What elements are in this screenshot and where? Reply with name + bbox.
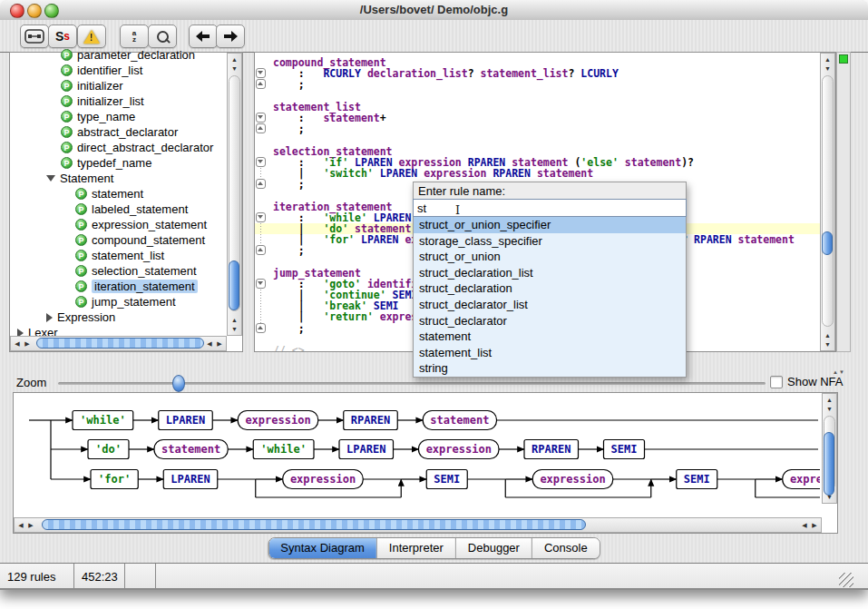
- scroll-right-icon[interactable]: ▶: [23, 337, 32, 350]
- tree-vscroll-thumb[interactable]: [229, 260, 239, 310]
- tree-group-lexer[interactable]: Lexer: [10, 325, 227, 336]
- tree-item-expression-statement[interactable]: Pexpression_statement: [10, 217, 227, 232]
- scroll-right-icon[interactable]: ▶: [215, 337, 224, 350]
- popup-list-item[interactable]: struct_or_union: [414, 249, 686, 265]
- tree-group-statement[interactable]: Statement: [10, 171, 227, 186]
- tree-item-parameter-declaration[interactable]: Pparameter_declaration: [10, 47, 227, 63]
- editor-line[interactable]: ;: [255, 79, 820, 90]
- popup-list-item[interactable]: statement: [414, 329, 686, 345]
- tree-item-labeled-statement[interactable]: Plabeled_statement: [10, 201, 227, 217]
- sort-rules-button[interactable]: az: [120, 25, 149, 48]
- scroll-down-icon[interactable]: ▼: [821, 64, 834, 73]
- tree-horizontal-scrollbar[interactable]: ◀ ▶ ◀ ▶: [10, 336, 227, 351]
- scroll-down-icon[interactable]: ▼: [823, 405, 836, 413]
- tree-item-initializer-list[interactable]: Pinitializer_list: [10, 93, 227, 109]
- scroll-left-icon[interactable]: ◀: [16, 518, 25, 532]
- popup-list-item[interactable]: struct_declaration_list: [414, 265, 686, 281]
- tree-item-abstract-declarator[interactable]: Pabstract_declarator: [10, 124, 227, 140]
- find-replace-button[interactable]: Ss: [48, 25, 77, 48]
- popup-list-item[interactable]: struct_declaration: [414, 280, 686, 297]
- editor-line[interactable]: : statement+: [255, 113, 820, 123]
- scroll-down-icon[interactable]: ▼: [228, 325, 241, 333]
- status-rule-count: 129 rules: [0, 564, 74, 589]
- fold-marker-icon[interactable]: [256, 79, 266, 89]
- tree-item-iteration-statement[interactable]: Piteration_statement: [10, 279, 227, 294]
- scroll-up-icon[interactable]: ▲: [823, 396, 836, 404]
- popup-list-item[interactable]: string: [414, 360, 686, 377]
- fold-marker-icon[interactable]: [256, 113, 266, 123]
- scroll-up-icon[interactable]: ▲: [228, 55, 241, 64]
- forward-arrow-icon: [222, 30, 239, 43]
- tree-item-initializer[interactable]: Pinitializer: [10, 78, 227, 93]
- find-rule-button[interactable]: [148, 25, 177, 48]
- diagram-vertical-scrollbar[interactable]: ▲ ▼ ▼: [822, 393, 837, 504]
- rule-name-input[interactable]: st I: [413, 199, 687, 217]
- editor-vscroll-thumb[interactable]: [822, 231, 833, 255]
- forward-button[interactable]: [216, 25, 245, 48]
- parser-rule-icon: P: [61, 95, 73, 107]
- tree-item-identifier-list[interactable]: Pidentifier_list: [10, 63, 227, 78]
- popup-list-item[interactable]: statement_list: [414, 345, 686, 361]
- popup-list-item[interactable]: struct_or_union_specifier: [414, 217, 686, 233]
- fold-marker-icon[interactable]: [256, 123, 266, 133]
- window-titlebar[interactable]: /Users/bovet/ Demo/objc.g: [0, 0, 868, 21]
- tree-item-statement[interactable]: Pstatement: [10, 186, 227, 201]
- scroll-left-icon[interactable]: ◀: [13, 337, 22, 350]
- fold-marker-icon[interactable]: [256, 245, 266, 255]
- tree-vertical-scrollbar[interactable]: ▲ ▼ ▲ ▼: [227, 53, 242, 336]
- editor-gutter: [255, 68, 273, 79]
- fold-marker-icon[interactable]: [256, 279, 266, 289]
- scroll-up-icon[interactable]: ▲: [821, 55, 834, 64]
- rule-name-input-value: st: [417, 201, 426, 215]
- show-nfa-checkbox[interactable]: [770, 376, 783, 388]
- fold-marker-icon[interactable]: [256, 212, 266, 222]
- tree-group-expression[interactable]: Expression: [10, 309, 227, 325]
- tree-item-selection-statement[interactable]: Pselection_statement: [10, 263, 227, 279]
- tree-item-jump-statement[interactable]: Pjump_statement: [10, 294, 227, 309]
- tree-item-direct-abstract-declarator[interactable]: Pdirect_abstract_declarator: [10, 140, 227, 155]
- diagram-vscroll-thumb[interactable]: [824, 432, 834, 496]
- popup-list-item[interactable]: storage_class_specifier: [414, 233, 686, 250]
- tab-console[interactable]: Console: [532, 538, 600, 558]
- tab-interpreter[interactable]: Interpreter: [376, 538, 455, 558]
- fold-marker-icon[interactable]: [256, 157, 266, 167]
- tree-item-typedef-name[interactable]: Ptypedef_name: [10, 155, 227, 171]
- editor-gutter: [255, 268, 273, 279]
- triangle-right-icon[interactable]: [17, 329, 24, 337]
- triangle-down-icon[interactable]: [46, 175, 55, 182]
- scroll-down-icon[interactable]: ▼: [823, 493, 836, 501]
- tree-item-type-name[interactable]: Ptype_name: [10, 109, 227, 124]
- scroll-down-icon[interactable]: ▼: [228, 64, 241, 73]
- tab-syntax-diagram[interactable]: Syntax Diagram: [268, 538, 375, 558]
- popup-list-item[interactable]: struct_declarator: [414, 313, 686, 329]
- back-button[interactable]: [189, 25, 218, 48]
- scroll-left-icon[interactable]: ◀: [205, 337, 214, 350]
- scroll-right-icon[interactable]: ▶: [26, 518, 35, 532]
- scroll-up-icon[interactable]: ▲: [228, 316, 241, 324]
- diagram-horizontal-scrollbar[interactable]: ◀ ▶ ◀ ▶: [14, 517, 822, 533]
- zoom-slider[interactable]: [58, 382, 766, 385]
- fold-marker-icon[interactable]: [256, 68, 266, 78]
- editor-line[interactable]: ;: [255, 123, 820, 134]
- tree-item-statement-list[interactable]: Pstatement_list: [10, 248, 227, 263]
- editor-vertical-scrollbar[interactable]: ▲ ▼ ▲ ▼: [820, 53, 835, 351]
- popup-list-item[interactable]: struct_declarator_list: [414, 297, 686, 313]
- fold-marker-icon[interactable]: [256, 179, 266, 189]
- tab-debugger[interactable]: Debugger: [455, 538, 532, 558]
- syntax-diagram-button[interactable]: [20, 25, 49, 48]
- fold-marker-icon[interactable]: [256, 323, 266, 333]
- scroll-down-icon[interactable]: ▼: [821, 340, 834, 349]
- triangle-right-icon[interactable]: [46, 313, 53, 322]
- scroll-right-icon[interactable]: ▶: [810, 518, 819, 532]
- warnings-button[interactable]: [77, 25, 106, 48]
- syntax-diagram[interactable]: 'while'LPARENexpressionRPARENstatement'd…: [15, 394, 820, 517]
- resize-grip-icon[interactable]: [839, 573, 853, 587]
- scroll-left-icon[interactable]: ◀: [800, 518, 809, 532]
- scroll-up-icon[interactable]: ▲: [821, 331, 834, 339]
- tree-item-compound-statement[interactable]: Pcompound_statement: [10, 232, 227, 248]
- tree-hscroll-thumb[interactable]: [36, 338, 204, 349]
- editor-line[interactable]: | 'switch' LPAREN expression RPAREN stat…: [255, 168, 820, 179]
- diagram-hscroll-thumb[interactable]: [42, 519, 586, 530]
- zoom-slider-thumb[interactable]: [172, 375, 185, 392]
- editor-line[interactable]: : RCURLY declaration_list? statement_lis…: [255, 68, 820, 79]
